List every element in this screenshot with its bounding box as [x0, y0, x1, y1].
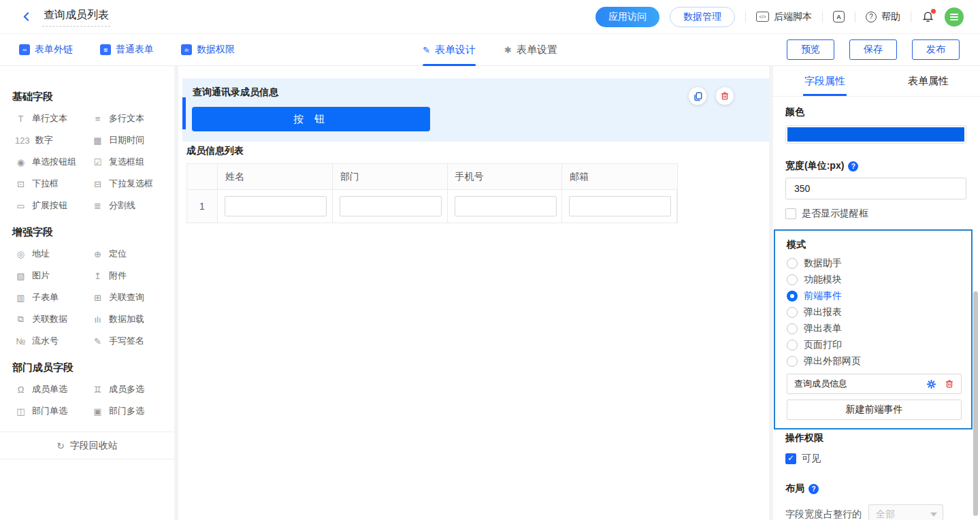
- tab-field-properties[interactable]: 字段属性: [773, 66, 877, 96]
- avatar[interactable]: [945, 7, 964, 27]
- field-item[interactable]: ♊ 成员多选: [92, 378, 169, 400]
- cell-input[interactable]: [569, 196, 671, 216]
- field-item[interactable]: ⊞ 关联查询: [92, 287, 169, 308]
- mode-options: 数据助手 功能模块 前端事件 弹出报表: [787, 255, 962, 370]
- notification-bell-icon[interactable]: [921, 10, 934, 23]
- color-picker[interactable]: [785, 125, 966, 144]
- radio-icon[interactable]: [787, 258, 798, 269]
- field-item[interactable]: ▥ 子表单: [15, 287, 92, 308]
- field-label: 数字: [35, 134, 53, 146]
- tab-form-settings[interactable]: ✱ 表单设置: [504, 34, 557, 66]
- field-item[interactable]: ≡ 多行文本: [92, 108, 169, 129]
- data-manage-button[interactable]: 数据管理: [670, 7, 735, 27]
- field-label: 多行文本: [109, 112, 144, 125]
- mode-option-label: 弹出表单: [804, 323, 842, 335]
- field-item[interactable]: ▦ 日期时间: [92, 129, 169, 151]
- toolbar-actions: 预览 保存 发布: [787, 39, 960, 60]
- field-item[interactable]: ✎ 手写签名: [92, 330, 169, 352]
- action-button[interactable]: 发布: [912, 39, 960, 60]
- radio-icon[interactable]: [787, 291, 798, 302]
- field-item[interactable]: ▣ 部门多选: [92, 400, 169, 422]
- mode-option[interactable]: 弹出表单: [787, 321, 962, 337]
- field-item[interactable]: ⊡ 下拉框: [15, 173, 92, 195]
- field-item[interactable]: ≣ 分割线: [92, 195, 169, 216]
- field-width-label: 字段宽度占整行的: [785, 508, 862, 520]
- field-item[interactable]: T 单行文本: [15, 108, 92, 129]
- mode-option[interactable]: 弹出报表: [787, 304, 962, 321]
- radio-icon[interactable]: [787, 340, 798, 351]
- mode-option[interactable]: 页面打印: [787, 337, 962, 353]
- mode-option[interactable]: 前端事件: [787, 288, 962, 304]
- visible-checkbox[interactable]: [785, 453, 796, 464]
- mode-option-label: 页面打印: [804, 339, 842, 351]
- mode-title: 模式: [787, 239, 962, 251]
- field-item[interactable]: ↥ 附件: [92, 265, 169, 287]
- cell-input[interactable]: [225, 196, 327, 216]
- radio-icon[interactable]: [787, 323, 798, 334]
- cell-input[interactable]: [455, 196, 557, 216]
- toolbar-link[interactable]: ∞ 表单外链: [19, 44, 73, 56]
- field-item[interactable]: ▭ 扩展按钮: [15, 195, 92, 216]
- field-item[interactable]: ◫ 部门单选: [15, 400, 92, 422]
- back-icon[interactable]: [19, 10, 33, 24]
- toolbar-link[interactable]: ılı 数据权限: [181, 44, 235, 56]
- new-frontend-event-button[interactable]: 新建前端事件: [787, 400, 962, 420]
- subtable-title: 成员信息列表: [186, 145, 678, 157]
- field-item[interactable]: ⊕ 定位: [92, 243, 169, 265]
- event-delete-icon[interactable]: [945, 379, 954, 389]
- field-recycle-bin[interactable]: ↻ 字段回收站: [0, 432, 174, 459]
- field-item[interactable]: ◎ 地址: [15, 243, 92, 265]
- mode-option[interactable]: 功能模块: [787, 272, 962, 288]
- toolbar-link-icon: ∞: [19, 44, 30, 55]
- field-label: 子表单: [32, 291, 59, 304]
- tab-form-design[interactable]: ✎ 表单设计: [423, 34, 476, 66]
- field-item[interactable]: ⧉ 关联数据: [15, 308, 92, 330]
- width-input[interactable]: [785, 178, 966, 199]
- field-label: 附件: [109, 270, 127, 282]
- duplicate-component-icon[interactable]: [689, 87, 706, 105]
- event-settings-gear-icon[interactable]: [926, 379, 936, 389]
- tab-form-properties[interactable]: 表单属性: [877, 66, 980, 96]
- field-item[interactable]: ▧ 图片: [15, 265, 92, 287]
- field-item[interactable]: ◉ 单选按钮组: [15, 151, 92, 173]
- address-book-button[interactable]: [833, 11, 845, 22]
- form-button-widget[interactable]: 按 钮: [192, 107, 430, 131]
- field-item[interactable]: № 流水号: [15, 330, 92, 352]
- radio-icon[interactable]: [787, 274, 798, 285]
- radio-icon[interactable]: [787, 307, 798, 318]
- app-access-button[interactable]: 应用访问: [595, 7, 659, 27]
- field-item[interactable]: ılı 数据加载: [92, 308, 169, 330]
- backend-script-button[interactable]: 后端脚本: [756, 11, 812, 23]
- field-icon: 123: [15, 135, 30, 146]
- toolbar-link[interactable]: ≣ 普通表单: [100, 44, 154, 56]
- radio-icon[interactable]: [787, 356, 798, 367]
- field-label: 分割线: [109, 199, 135, 212]
- field-item[interactable]: ⊟ 下拉复选框: [92, 173, 169, 195]
- cell-input[interactable]: [340, 196, 442, 216]
- delete-component-icon[interactable]: [716, 87, 734, 105]
- visible-checkbox-row[interactable]: 可见: [785, 453, 966, 465]
- action-button[interactable]: 保存: [849, 39, 897, 60]
- help-button[interactable]: 帮助: [866, 11, 900, 23]
- reminder-checkbox[interactable]: [785, 208, 796, 219]
- designer-tabs: ✎ 表单设计 ✱ 表单设置: [423, 34, 557, 66]
- field-label: 关联数据: [32, 313, 67, 325]
- column-header: 手机号: [448, 164, 563, 190]
- frontend-event-item[interactable]: 查询成员信息: [787, 374, 962, 394]
- subtable-component[interactable]: 成员信息列表 姓名 部门 手机号 邮箱 1: [186, 145, 678, 223]
- width-help-icon[interactable]: [848, 161, 858, 172]
- page-title[interactable]: 查询成员列表: [42, 7, 110, 27]
- layout-help-icon[interactable]: [808, 484, 819, 494]
- reminder-checkbox-row[interactable]: 是否显示提醒框: [785, 208, 966, 220]
- panel-scrollbar[interactable]: [973, 291, 978, 516]
- mode-option[interactable]: 数据助手: [787, 255, 962, 272]
- selected-button-component[interactable]: 查询通讯录成员信息 按 钮: [182, 78, 769, 142]
- field-item[interactable]: 123 数字: [15, 129, 92, 151]
- color-swatch: [787, 127, 964, 142]
- field-item[interactable]: ☑ 复选框组: [92, 151, 169, 173]
- field-item[interactable]: Ω 成员单选: [15, 378, 92, 400]
- chevron-down-icon: [930, 513, 937, 517]
- mode-option[interactable]: 弹出外部网页: [787, 353, 962, 370]
- field-width-select[interactable]: 全部: [868, 504, 943, 520]
- action-button[interactable]: 预览: [787, 39, 834, 60]
